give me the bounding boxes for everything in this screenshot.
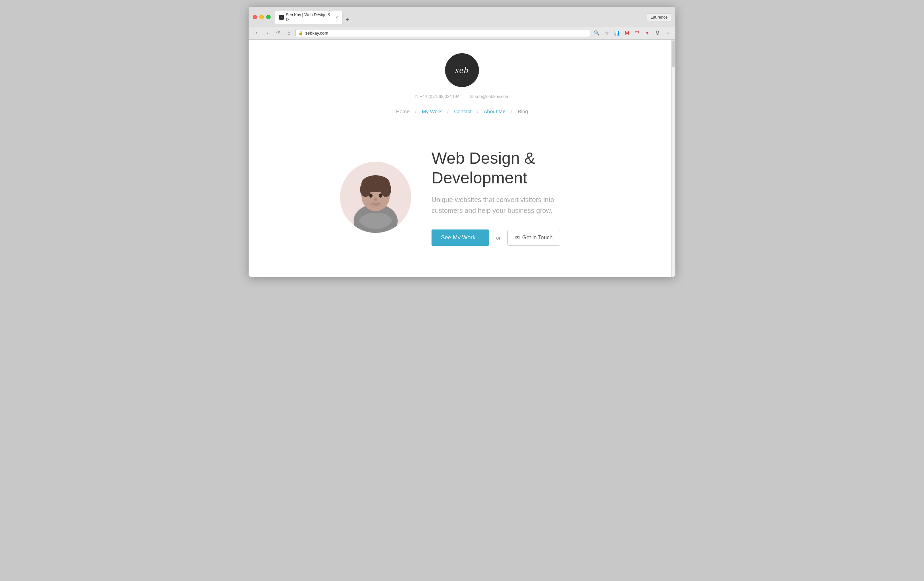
hamburger-icon: ≡	[666, 30, 669, 36]
minimize-button[interactable]	[259, 15, 264, 19]
chevron-right-icon: ›	[478, 235, 480, 240]
site-header: seb ✆ +44 (0)7568 331194 ✉ seb@sebkay.co…	[249, 40, 675, 128]
extension-4-button[interactable]: M	[653, 28, 662, 37]
nav-home[interactable]: Home	[391, 108, 415, 114]
nav-blog[interactable]: Blog	[513, 108, 533, 114]
site-logo[interactable]: seb	[445, 53, 479, 87]
forward-button[interactable]: ›	[263, 28, 272, 37]
profile-label[interactable]: Laurence	[647, 13, 672, 22]
tab-title: Seb Kay | Web Design & D	[286, 13, 333, 22]
browser-body: seb ✆ +44 (0)7568 331194 ✉ seb@sebkay.co…	[249, 40, 675, 277]
extension-1-button[interactable]: 📊	[612, 28, 621, 37]
cta-row: See My Work › or ✉ Get in Touch	[432, 230, 584, 246]
toolbar-actions: 🔍 ☆ 📊 M 🛡 ▼ M	[592, 28, 672, 37]
logo-text: seb	[455, 65, 469, 76]
gmail-button[interactable]: M	[622, 28, 631, 37]
cta-or-text: or	[496, 235, 500, 241]
browser-toolbar: ‹ › ↺ ⌂ 🔒 sebkay.com 🔍 ☆	[249, 26, 675, 39]
browser-titlebar: s Seb Kay | Web Design & D × + Laurence	[249, 7, 675, 26]
lock-icon: 🔒	[299, 31, 303, 35]
home-icon: ⌂	[287, 30, 290, 36]
hero-text-block: Web Design & Development Unique websites…	[432, 149, 584, 246]
back-icon: ‹	[256, 30, 257, 36]
browser-window: s Seb Kay | Web Design & D × + Laurence …	[249, 7, 675, 277]
close-button[interactable]	[252, 15, 257, 19]
browser-chrome: s Seb Kay | Web Design & D × + Laurence …	[249, 7, 675, 40]
home-button[interactable]: ⌂	[284, 28, 293, 37]
get-in-touch-label: Get in Touch	[522, 235, 553, 241]
hero-subtitle: Unique websites that convert visitors in…	[432, 194, 584, 216]
email-address: seb@sebkay.com	[475, 94, 510, 99]
envelope-icon: ✉	[515, 235, 520, 241]
traffic-lights	[252, 15, 271, 19]
inbox-icon: M	[655, 30, 660, 36]
star-icon: ☆	[605, 30, 609, 36]
phone-contact: ✆ +44 (0)7568 331194	[414, 94, 459, 99]
contact-info: ✆ +44 (0)7568 331194 ✉ seb@sebkay.com	[256, 94, 668, 99]
phone-number: +44 (0)7568 331194	[420, 94, 459, 99]
tab-favicon: s	[279, 15, 284, 20]
site-navigation: Home / My Work / Contact / About Me / Bl…	[256, 105, 668, 121]
nav-about-me[interactable]: About Me	[478, 108, 511, 114]
hero-title: Web Design & Development	[432, 149, 584, 187]
refresh-icon: ↺	[276, 30, 280, 36]
new-tab-button[interactable]: +	[343, 15, 351, 24]
search-icon: 🔍	[594, 30, 599, 36]
see-my-work-label: See My Work	[441, 234, 475, 241]
svg-point-8	[379, 194, 382, 198]
active-tab[interactable]: s Seb Kay | Web Design & D ×	[275, 10, 342, 24]
header-divider	[262, 128, 662, 128]
hero-title-line2: Development	[432, 169, 527, 187]
nav-contact[interactable]: Contact	[449, 108, 477, 114]
forward-icon: ›	[267, 30, 268, 36]
scrollbar-thumb[interactable]	[672, 40, 675, 68]
search-toolbar-button[interactable]: 🔍	[592, 28, 601, 37]
shield-icon: 🛡	[635, 30, 640, 36]
email-icon: ✉	[469, 94, 473, 99]
svg-point-10	[370, 202, 382, 207]
bookmark-button[interactable]: ☆	[602, 28, 611, 37]
address-bar[interactable]: 🔒 sebkay.com	[295, 29, 590, 37]
avatar-image	[340, 162, 411, 233]
chart-icon: 📊	[614, 30, 620, 36]
extension-3-button[interactable]: ▼	[643, 28, 652, 37]
pocket-icon: ▼	[645, 30, 650, 36]
browser-tabs: s Seb Kay | Web Design & D × +	[275, 10, 647, 24]
svg-point-9	[374, 198, 377, 201]
page-content: seb ✆ +44 (0)7568 331194 ✉ seb@sebkay.co…	[249, 40, 675, 277]
menu-button[interactable]: ≡	[663, 28, 672, 37]
svg-point-7	[369, 194, 373, 198]
maximize-button[interactable]	[266, 15, 271, 19]
avatar-svg	[340, 162, 411, 233]
scrollbar[interactable]	[672, 40, 675, 277]
email-contact: ✉ seb@sebkay.com	[469, 94, 510, 99]
phone-icon: ✆	[414, 94, 418, 99]
hero-title-line1: Web Design &	[432, 149, 535, 167]
tab-close-button[interactable]: ×	[335, 15, 338, 20]
address-text: sebkay.com	[305, 30, 328, 36]
nav-my-work[interactable]: My Work	[416, 108, 447, 114]
hero-section: Web Design & Development Unique websites…	[249, 142, 675, 263]
refresh-button[interactable]: ↺	[274, 28, 282, 37]
get-in-touch-button[interactable]: ✉ Get in Touch	[507, 230, 561, 246]
svg-point-5	[360, 182, 371, 197]
mail-icon: M	[625, 30, 629, 36]
svg-point-6	[380, 182, 391, 197]
back-button[interactable]: ‹	[252, 28, 261, 37]
extension-2-button[interactable]: 🛡	[633, 28, 642, 37]
see-my-work-button[interactable]: See My Work ›	[432, 230, 489, 246]
